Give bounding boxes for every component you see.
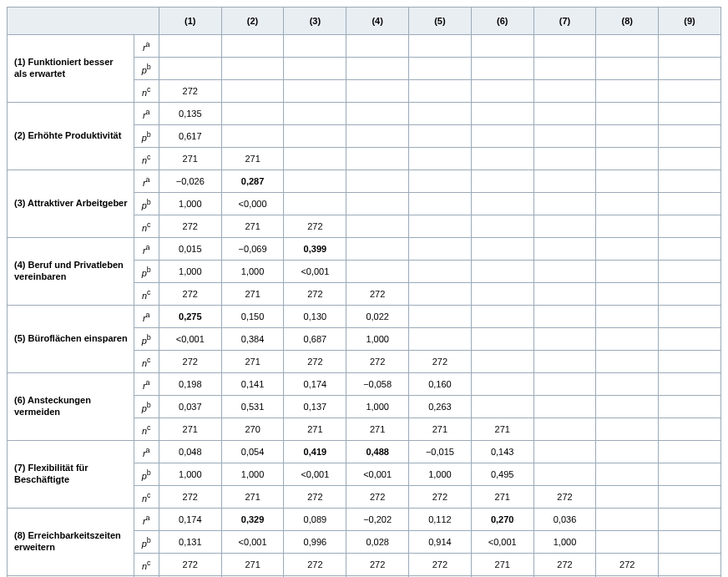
row-label: (1) Funktioniert besser als erwartet — [8, 35, 134, 103]
cell — [659, 58, 721, 80]
cell: 0,137 — [284, 396, 346, 418]
cell: 272 — [533, 486, 596, 509]
cell: 0,036 — [533, 509, 596, 531]
stat-label-n: nc — [134, 283, 159, 306]
cell — [659, 306, 721, 328]
cell: 0,914 — [409, 531, 472, 554]
cell: 272 — [284, 215, 346, 238]
cell — [409, 125, 472, 148]
cell: 271 — [159, 148, 221, 170]
cell — [346, 103, 409, 125]
cell — [409, 103, 472, 125]
row-label: (8) Erreichbarkeitszeiten erweitern — [8, 509, 134, 576]
cell — [159, 58, 221, 80]
col-header: (8) — [596, 8, 659, 35]
cell: 271 — [346, 418, 409, 441]
cell — [471, 35, 533, 58]
cell — [659, 148, 721, 170]
cell — [659, 554, 721, 576]
cell — [596, 125, 659, 148]
cell: 272 — [284, 554, 346, 576]
cell — [409, 170, 472, 193]
cell — [596, 238, 659, 261]
cell — [596, 486, 659, 509]
cell: 1,000 — [159, 261, 221, 283]
cell — [533, 306, 596, 328]
stat-label-p: pb — [134, 396, 159, 418]
cell: 271 — [159, 418, 221, 441]
table-row: (5) Büroflächen einsparenra0,2750,1500,1… — [8, 306, 721, 328]
cell: 0,054 — [221, 441, 284, 463]
cell — [659, 396, 721, 418]
stat-label-n: nc — [134, 80, 159, 103]
stat-label-p: pb — [134, 125, 159, 148]
cell: 0,022 — [346, 306, 409, 328]
cell — [659, 486, 721, 509]
cell — [533, 418, 596, 441]
cell — [346, 170, 409, 193]
cell — [659, 463, 721, 486]
cell — [221, 80, 284, 103]
cell — [533, 125, 596, 148]
cell: 272 — [346, 554, 409, 576]
stat-label-p: pb — [134, 261, 159, 283]
cell — [659, 373, 721, 396]
cell — [596, 463, 659, 486]
cell — [533, 328, 596, 351]
cell — [596, 170, 659, 193]
cell — [659, 103, 721, 125]
row-label: (2) Erhöhte Produktivität — [8, 103, 134, 170]
cell: 271 — [221, 554, 284, 576]
stat-label-r: ra — [134, 238, 159, 261]
cell — [471, 58, 533, 80]
cell: 0,143 — [471, 441, 533, 463]
cell — [659, 238, 721, 261]
cell: −0,202 — [346, 509, 409, 531]
cell: 0,150 — [221, 306, 284, 328]
cell — [471, 261, 533, 283]
cell — [409, 80, 472, 103]
cell: 272 — [346, 351, 409, 373]
cell — [533, 351, 596, 373]
cell: <0,000 — [221, 193, 284, 215]
cell — [471, 396, 533, 418]
cell — [596, 35, 659, 58]
cell — [596, 58, 659, 80]
col-header: (3) — [284, 8, 346, 35]
cell: <0,001 — [284, 463, 346, 486]
cell: 0,048 — [159, 441, 221, 463]
cell — [471, 373, 533, 396]
cell — [409, 193, 472, 215]
cell — [346, 58, 409, 80]
cell: 271 — [221, 283, 284, 306]
stat-label-p: pb — [134, 531, 159, 554]
table-row: (8) Erreichbarkeitszeiten erweiternra0,1… — [8, 509, 721, 531]
cell — [471, 103, 533, 125]
cell — [221, 103, 284, 125]
cell: 0,174 — [284, 373, 346, 396]
stat-label-p: pb — [134, 193, 159, 215]
stat-label-r: ra — [134, 306, 159, 328]
cell — [596, 261, 659, 283]
row-label: (3) Attraktiver Arbeitgeber — [8, 170, 134, 238]
cell — [471, 283, 533, 306]
cell: −0,026 — [159, 170, 221, 193]
stat-label-r: ra — [134, 103, 159, 125]
cell: 271 — [409, 418, 472, 441]
cell: 0,495 — [471, 463, 533, 486]
cell — [533, 441, 596, 463]
cell: <0,001 — [471, 531, 533, 554]
cell — [346, 80, 409, 103]
cell: 0,028 — [346, 531, 409, 554]
cell: 272 — [346, 486, 409, 509]
cell: −0,069 — [221, 238, 284, 261]
cell — [221, 58, 284, 80]
cell — [596, 80, 659, 103]
stat-label-r: ra — [134, 373, 159, 396]
cell — [409, 58, 472, 80]
stat-label-n: nc — [134, 215, 159, 238]
row-label: (7) Flexibilität für Beschäftigte — [8, 441, 134, 509]
row-label: (6) Ansteckungen vermeiden — [8, 373, 134, 441]
cell: 271 — [471, 554, 533, 576]
cell — [533, 193, 596, 215]
